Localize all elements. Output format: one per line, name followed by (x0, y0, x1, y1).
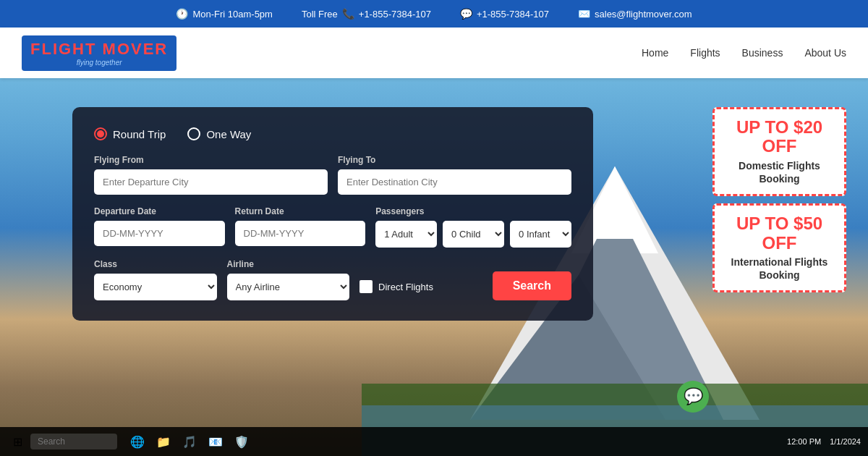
return-label: Return Date (235, 206, 366, 216)
header: FLIGHT MOVER flying together Home Flight… (0, 28, 868, 78)
departure-label: Departure Date (94, 206, 225, 216)
windows-start-icon[interactable]: ⊞ (7, 431, 27, 452)
round-trip-option[interactable]: Round Trip (94, 127, 166, 140)
logo[interactable]: FLIGHT MOVER flying together (22, 35, 176, 71)
taskbar-pinned-icons: 🌐 📁 🎵 📧 🛡️ (127, 431, 252, 452)
domestic-promo-desc: Domestic Flights Booking (722, 159, 837, 185)
class-label: Class (94, 259, 217, 269)
return-group: Return Date (235, 206, 366, 248)
passengers-label: Passengers (375, 206, 571, 216)
departure-group: Departure Date (94, 206, 225, 248)
logo-flight: FLIGHT (30, 40, 96, 58)
adult-select[interactable]: 1 Adult (375, 221, 437, 248)
nav-business[interactable]: Business (742, 47, 783, 59)
promo-panel: UP TO $20 OFF Domestic Flights Booking U… (712, 107, 846, 300)
whatsapp-icon: 💬 (460, 8, 472, 20)
passengers-group: Passengers 1 Adult 0 Child 0 Infant (375, 206, 571, 248)
hours-text: Mon-Fri 10am-5pm (192, 9, 273, 20)
dates-passengers-row: Departure Date Return Date Passengers 1 … (94, 206, 571, 248)
logo-tagline: flying together (77, 59, 122, 67)
airline-group: Airline Any Airline (227, 259, 350, 300)
flying-from-label: Flying From (94, 155, 328, 165)
flying-from-input[interactable] (94, 169, 328, 195)
departure-input[interactable] (94, 221, 225, 246)
taskbar-date: 1/1/2024 (830, 437, 861, 446)
direct-flights-label: Direct Flights (378, 282, 433, 292)
taskbar-icon-5[interactable]: 🛡️ (231, 431, 252, 452)
email-text: sales@flightmover.com (595, 9, 692, 20)
tollfree-item: Toll Free 📞 +1-855-7384-107 (302, 8, 431, 20)
flying-to-input[interactable] (338, 169, 571, 195)
child-select[interactable]: 0 Child (443, 221, 504, 248)
class-group: Class Economy (94, 259, 217, 300)
hours-item: 🕐 Mon-Fri 10am-5pm (176, 8, 273, 20)
international-promo-desc: International Flights Booking (722, 256, 837, 282)
class-select[interactable]: Economy (94, 274, 217, 300)
international-promo-card[interactable]: UP TO $50 OFF International Flights Book… (712, 203, 846, 292)
search-panel: Round Trip One Way Flying From Flying To… (72, 107, 593, 321)
infant-select[interactable]: 0 Infant (510, 221, 571, 248)
nav: Home Flights Business About Us (642, 47, 846, 59)
nav-flights[interactable]: Flights (690, 47, 720, 59)
chat-bubble[interactable]: 💬 (677, 381, 709, 413)
airline-label: Airline (227, 259, 350, 269)
logo-mover: MOVER (103, 40, 169, 58)
one-way-label: One Way (206, 128, 251, 140)
return-input[interactable] (235, 221, 366, 246)
bottom-row: Class Economy Airline Any Airline Direct… (94, 259, 571, 300)
clock-icon: 🕐 (176, 8, 188, 20)
phone-icon: 📞 (342, 8, 354, 20)
flying-from-group: Flying From (94, 155, 328, 195)
airline-select[interactable]: Any Airline (227, 274, 350, 300)
round-trip-radio[interactable] (94, 127, 107, 140)
top-bar: 🕐 Mon-Fri 10am-5pm Toll Free 📞 +1-855-73… (0, 0, 868, 28)
taskbar-search-input[interactable] (30, 434, 117, 449)
taskbar-icon-1[interactable]: 🌐 (127, 431, 148, 452)
round-trip-label: Round Trip (113, 128, 166, 140)
taskbar-icon-4[interactable]: 📧 (205, 431, 226, 452)
one-way-radio[interactable] (187, 127, 200, 140)
taskbar-right: 12:00 PM 1/1/2024 (787, 437, 861, 446)
taskbar-time: 12:00 PM (787, 437, 821, 446)
email-icon: ✉️ (578, 8, 590, 20)
from-to-row: Flying From Flying To (94, 155, 571, 195)
email-item: ✉️ sales@flightmover.com (578, 8, 692, 20)
search-button[interactable]: Search (493, 271, 571, 300)
tollfree-label: Toll Free (302, 9, 338, 20)
whatsapp-item: 💬 +1-855-7384-107 (460, 8, 549, 20)
passengers-selects: 1 Adult 0 Child 0 Infant (375, 221, 571, 248)
direct-flights-group: Direct Flights (359, 280, 482, 300)
taskbar-icon-3[interactable]: 🎵 (179, 431, 200, 452)
flying-to-group: Flying To (338, 155, 571, 195)
logo-box: FLIGHT MOVER flying together (22, 35, 176, 71)
phone1-text: +1-855-7384-107 (359, 9, 431, 20)
flying-to-label: Flying To (338, 155, 571, 165)
domestic-promo-amount: UP TO $20 OFF (722, 118, 837, 156)
logo-text: FLIGHT MOVER (30, 40, 168, 59)
taskbar: ⊞ 🌐 📁 🎵 📧 🛡️ 12:00 PM 1/1/2024 (0, 427, 868, 456)
one-way-option[interactable]: One Way (187, 127, 251, 140)
taskbar-icon-2[interactable]: 📁 (153, 431, 174, 452)
domestic-promo-card[interactable]: UP TO $20 OFF Domestic Flights Booking (712, 107, 846, 196)
trip-type-row: Round Trip One Way (94, 127, 571, 140)
phone2-text: +1-855-7384-107 (477, 9, 549, 20)
international-promo-amount: UP TO $50 OFF (722, 214, 837, 253)
nav-about[interactable]: About Us (804, 47, 846, 59)
direct-flights-checkbox[interactable] (359, 280, 373, 293)
nav-home[interactable]: Home (642, 47, 668, 59)
